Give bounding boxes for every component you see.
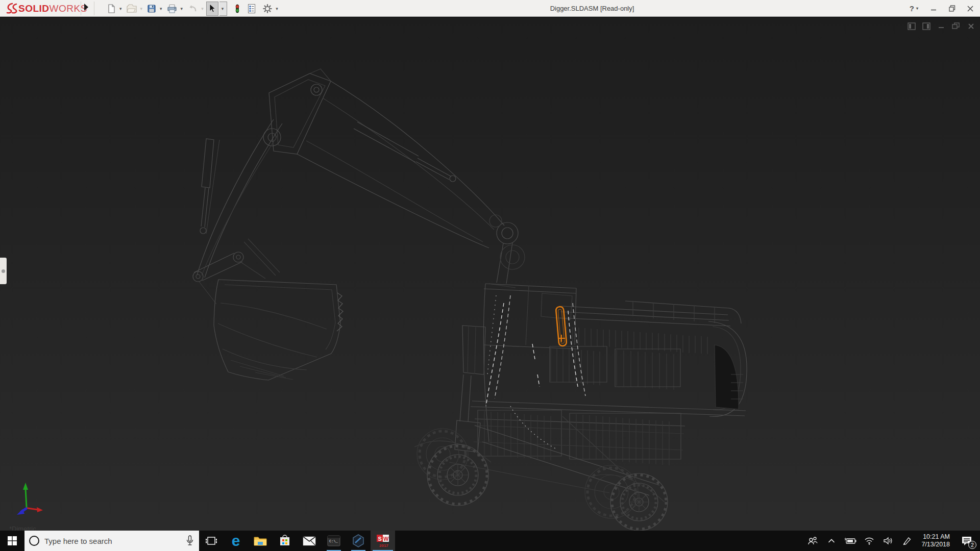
new-dropdown[interactable]: ▾ — [119, 6, 124, 11]
mail-button[interactable] — [297, 531, 322, 551]
play-arrow-icon — [83, 3, 89, 11]
select-cursor-icon — [208, 4, 217, 14]
speaker-icon — [883, 537, 893, 545]
help-button[interactable]: ? ▾ — [908, 4, 922, 13]
quick-access-toolbar: ▾ ▾ ▾ ▾ — [105, 0, 280, 17]
options-button[interactable] — [261, 2, 274, 16]
options-dropdown[interactable]: ▾ — [275, 6, 280, 11]
highlighted-component[interactable] — [556, 307, 567, 346]
minimize-button[interactable] — [927, 3, 940, 15]
file-explorer-button[interactable] — [248, 531, 273, 551]
chevron-down-icon: ▾ — [916, 6, 920, 11]
edge-icon: e — [232, 534, 240, 548]
new-document-button[interactable] — [105, 2, 118, 16]
traffic-light-icon — [234, 4, 241, 14]
close-button[interactable] — [964, 3, 977, 15]
close-icon — [967, 6, 973, 12]
select-tool-button[interactable] — [206, 2, 218, 16]
sw-year: 2017 — [379, 543, 388, 548]
clock[interactable]: 10:21 AM 7/13/2018 — [918, 533, 953, 548]
battery-button[interactable] — [843, 531, 858, 551]
tray-time: 10:21 AM — [921, 533, 950, 541]
store-icon — [279, 535, 290, 547]
system-tray: 10:21 AM 7/13/2018 2 — [805, 531, 980, 551]
console-icon: C:\_ — [327, 535, 340, 546]
print-dropdown[interactable]: ▾ — [180, 6, 185, 11]
x-axis-arrow — [37, 507, 43, 512]
select-tool-dropdown[interactable]: ▾ — [219, 2, 228, 16]
y-axis-arrow — [23, 483, 28, 490]
chevron-up-icon — [828, 538, 835, 543]
properties-list-icon — [247, 4, 256, 14]
separator — [81, 2, 81, 15]
solidworks-logo-mark — [5, 3, 18, 15]
minimize-icon — [930, 6, 937, 12]
notification-badge: 2 — [968, 541, 976, 549]
people-button[interactable] — [805, 531, 820, 551]
graphics-viewport[interactable]: *Dimetric — [0, 17, 980, 531]
tray-date: 7/13/2018 — [921, 541, 950, 548]
print-icon — [166, 4, 178, 14]
taskbar-search[interactable] — [24, 531, 199, 551]
sw-letter-w: W — [383, 536, 389, 542]
windows-taskbar: e C:\_ — [0, 531, 980, 551]
command-prompt-button[interactable]: C:\_ — [322, 531, 346, 551]
rebuild-button[interactable] — [232, 2, 242, 16]
pen-icon — [902, 536, 912, 545]
window-controls: ? ▾ — [908, 0, 977, 17]
save-floppy-icon — [146, 4, 157, 14]
view-orientation-label: *Dimetric — [9, 525, 36, 531]
cortana-icon — [29, 536, 39, 546]
undo-dropdown-disabled[interactable]: ▾ — [201, 6, 205, 11]
brand-works: WORKS — [50, 3, 87, 14]
edge-button[interactable]: e — [224, 531, 248, 551]
toolbar-expander-button[interactable] — [83, 3, 90, 13]
help-label: ? — [910, 4, 914, 13]
open-folder-icon — [126, 4, 137, 14]
people-icon — [807, 536, 818, 545]
console-prompt-text: C:\_ — [329, 539, 338, 543]
folder-icon — [254, 535, 267, 546]
brand-solid: SOLID — [18, 3, 50, 14]
window-title: Digger.SLDASM [Read-only] — [388, 0, 796, 17]
restore-icon — [949, 5, 955, 12]
orientation-triad[interactable] — [6, 462, 52, 518]
restore-button[interactable] — [945, 3, 959, 15]
undo-arrow-icon — [187, 4, 198, 14]
task-view-icon — [206, 536, 217, 546]
solidworks-app-icon: S W 2017 — [376, 534, 390, 548]
sw-letter-s: S — [378, 536, 382, 542]
separator — [94, 2, 94, 15]
print-button[interactable] — [165, 2, 179, 16]
titlebar: SOLIDWORKS ▾ ▾ ▾ — [0, 0, 980, 17]
gear-icon — [262, 4, 273, 14]
cad-hexagon-button[interactable] — [346, 531, 371, 551]
mail-icon — [303, 536, 316, 546]
open-dropdown-disabled[interactable]: ▾ — [140, 6, 144, 11]
new-document-icon — [106, 4, 116, 14]
hexagon-app-icon — [352, 534, 364, 547]
network-button[interactable] — [862, 531, 877, 551]
store-button[interactable] — [273, 531, 297, 551]
battery-charging-icon — [844, 537, 856, 544]
task-view-button[interactable] — [199, 531, 224, 551]
solidworks-logo: SOLIDWORKS — [5, 1, 87, 16]
undo-button-disabled[interactable] — [185, 2, 200, 16]
save-dropdown[interactable]: ▾ — [159, 6, 164, 11]
start-button[interactable] — [0, 531, 24, 551]
action-center-button[interactable]: 2 — [957, 531, 977, 551]
file-properties-button[interactable] — [246, 2, 258, 16]
solidworks-app-button[interactable]: S W 2017 — [371, 531, 395, 551]
open-button-disabled[interactable] — [125, 2, 139, 16]
chevron-down-icon: ▾ — [221, 6, 226, 11]
windows-logo-icon — [8, 536, 17, 545]
volume-button[interactable] — [880, 531, 896, 551]
hidden-icons-button[interactable] — [824, 531, 839, 551]
wifi-icon — [864, 537, 874, 545]
wireframe-digger-model[interactable] — [0, 17, 980, 531]
search-input[interactable] — [44, 537, 172, 545]
microphone-icon[interactable] — [186, 535, 194, 546]
pen-button[interactable] — [899, 531, 915, 551]
save-button[interactable] — [145, 2, 158, 16]
